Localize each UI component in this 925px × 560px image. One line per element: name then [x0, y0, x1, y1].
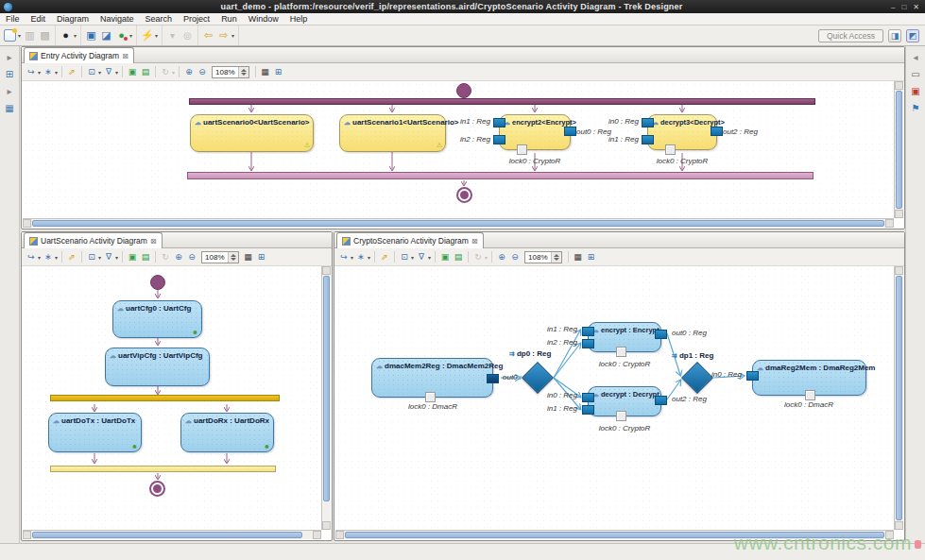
layers-icon[interactable]: ⊡: [399, 251, 410, 263]
open-perspective-icon[interactable]: ◨: [888, 29, 901, 42]
layers-icon[interactable]: ⊡: [86, 66, 97, 78]
activity-node-uartVipCfg[interactable]: ☁uartVipCfg : UartVipCfg: [105, 348, 210, 386]
menu-file[interactable]: File: [0, 14, 26, 24]
lock-port[interactable]: [517, 144, 527, 155]
port-out0[interactable]: [655, 330, 667, 339]
new-dropdown-icon[interactable]: ▾: [18, 32, 21, 39]
validate-dropdown-icon[interactable]: ▾: [129, 32, 132, 39]
entry-hscroll[interactable]: [23, 218, 894, 228]
uart-canvas[interactable]: ☁uartCfg0 : UartCfg ☻ ☁uartVipCfg : Uart…: [23, 266, 321, 530]
validate-icon[interactable]: ●: [115, 29, 128, 42]
menu-project[interactable]: Project: [178, 14, 215, 24]
restore-right-icon[interactable]: ◂: [910, 51, 922, 63]
export-image-icon[interactable]: ▣: [439, 251, 451, 263]
initial-node[interactable]: [150, 275, 165, 290]
port-in0[interactable]: [582, 393, 594, 402]
crypto-vscroll[interactable]: [894, 266, 903, 530]
export-diagram-icon[interactable]: ▤: [140, 66, 151, 78]
zoom-in-icon[interactable]: ⊕: [173, 251, 184, 263]
activity-node-encrypt2[interactable]: ☁encrypt2<Encrypt>: [499, 114, 571, 150]
wand-icon[interactable]: ⇗: [379, 251, 390, 263]
console-icon[interactable]: ▣: [85, 29, 97, 42]
maximize-button[interactable]: □: [901, 3, 906, 11]
fork-bar[interactable]: [189, 98, 815, 105]
tab-close-icon[interactable]: ⊠: [471, 237, 478, 246]
tab-cryptoscenario-activity-diagram[interactable]: CryptoScenario Activity Diagram ⊠: [336, 232, 484, 248]
close-button[interactable]: ✕: [913, 3, 919, 11]
lock-port[interactable]: [665, 144, 676, 155]
port-in2[interactable]: [493, 135, 505, 144]
grid-icon[interactable]: ⊞: [586, 251, 597, 263]
export-diagram-icon[interactable]: ▤: [453, 251, 464, 263]
zoom-level-input[interactable]: 108%: [201, 251, 238, 263]
zoom-in-icon[interactable]: ⊕: [183, 66, 195, 78]
outline-view-icon[interactable]: ▦: [4, 102, 16, 114]
run-dropdown-icon[interactable]: ▾: [155, 32, 158, 39]
port-out2[interactable]: [655, 396, 667, 405]
debug-dropdown-icon[interactable]: ▾: [74, 32, 77, 39]
activity-node-uartDoRx[interactable]: ☁uartDoRx : UartDoRx ☻: [180, 413, 274, 452]
run-icon[interactable]: ⚡: [141, 29, 153, 42]
tab-entry-activity-diagram[interactable]: Entry Activity Diagram ⊠: [24, 47, 134, 63]
zoom-out-icon[interactable]: ⊖: [197, 66, 208, 78]
export-image-icon[interactable]: ▣: [127, 66, 138, 78]
activity-node-dmaReg2Mem[interactable]: ☁dmaReg2Mem : DmaReg2Mem: [752, 360, 866, 396]
activity-node-encrypt[interactable]: ☁encrypt : Encrypt: [588, 322, 661, 352]
menu-search[interactable]: Search: [140, 14, 179, 24]
snapshot-icon[interactable]: ▦: [243, 251, 254, 263]
zoom-spinner[interactable]: [551, 252, 561, 263]
uart-hscroll[interactable]: [23, 530, 321, 539]
activity-node-uartCfg0[interactable]: ☁uartCfg0 : UartCfg ☻: [112, 300, 202, 338]
fork-bar[interactable]: [50, 395, 280, 401]
tab-close-icon[interactable]: ⊠: [150, 237, 157, 246]
layout-icon[interactable]: ∗: [43, 66, 54, 78]
port-in2[interactable]: [582, 339, 594, 348]
zoom-in-icon[interactable]: ⊕: [496, 251, 507, 263]
grid-icon[interactable]: ⊞: [256, 251, 267, 263]
properties-view-icon[interactable]: ▭: [910, 68, 922, 80]
activity-node-dmacMem2Reg[interactable]: ☁dmacMem2Reg : DmacMem2Reg: [371, 358, 493, 398]
activity-node-uartDoTx[interactable]: ☁uartDoTx : UartDoTx ☻: [48, 413, 142, 452]
activity-node-uartScenario1[interactable]: ☁uartScenario1<UartScenario> ⚠: [339, 114, 446, 152]
lock-port[interactable]: [616, 411, 626, 421]
palette-view-icon[interactable]: ⚑: [910, 102, 922, 114]
filter-icon[interactable]: ∇: [416, 251, 427, 263]
zoom-out-icon[interactable]: ⊖: [509, 251, 521, 263]
port-in1[interactable]: [493, 118, 505, 127]
menu-run[interactable]: Run: [215, 14, 243, 24]
model-explorer-icon[interactable]: ⊞: [4, 68, 16, 80]
port-in0[interactable]: [746, 371, 759, 381]
port-in1[interactable]: [642, 135, 654, 144]
activity-node-decrypt3[interactable]: ☁decrypt3<Decrypt>: [647, 114, 717, 150]
quick-access-box[interactable]: Quick Access: [818, 29, 883, 42]
export-image-icon[interactable]: ▣: [127, 251, 138, 263]
port-out2[interactable]: [711, 127, 723, 136]
port-in0[interactable]: [642, 118, 654, 127]
zoom-spinner[interactable]: [228, 252, 238, 263]
zoom-level-input[interactable]: 108%: [524, 251, 561, 263]
snapshot-icon[interactable]: ▦: [260, 66, 271, 78]
join-bar[interactable]: [50, 466, 276, 472]
route-icon[interactable]: ↪: [26, 66, 37, 78]
lock-port[interactable]: [805, 390, 815, 400]
restore-left-icon[interactable]: ▸: [4, 51, 16, 63]
zoom-out-icon[interactable]: ⊖: [186, 251, 197, 263]
current-perspective-icon[interactable]: ◩: [906, 29, 919, 42]
port-out0[interactable]: [487, 374, 499, 383]
layout-icon[interactable]: ∗: [43, 251, 54, 263]
decision-node-dp0[interactable]: [522, 362, 554, 394]
initial-node[interactable]: [456, 83, 471, 98]
forward-dropdown-icon[interactable]: ▾: [231, 32, 234, 39]
layout-icon[interactable]: ∗: [355, 251, 367, 263]
save-icon[interactable]: ▥: [24, 29, 36, 42]
problems-view-icon[interactable]: ▣: [910, 85, 922, 97]
activity-node-uartScenario0[interactable]: ☁uartScenario0<UartScenario> ⚠: [190, 114, 314, 152]
snapshot-icon[interactable]: ▦: [573, 251, 584, 263]
tab-uartscenario-activity-diagram[interactable]: UartScenario Activity Diagram ⊠: [24, 232, 163, 248]
grid-icon[interactable]: ⊞: [273, 66, 284, 78]
tab-close-icon[interactable]: ⊠: [122, 52, 128, 60]
lock-port[interactable]: [616, 347, 626, 357]
menu-help[interactable]: Help: [284, 14, 314, 24]
new-wizard-icon[interactable]: [4, 29, 16, 42]
menu-window[interactable]: Window: [243, 14, 284, 24]
